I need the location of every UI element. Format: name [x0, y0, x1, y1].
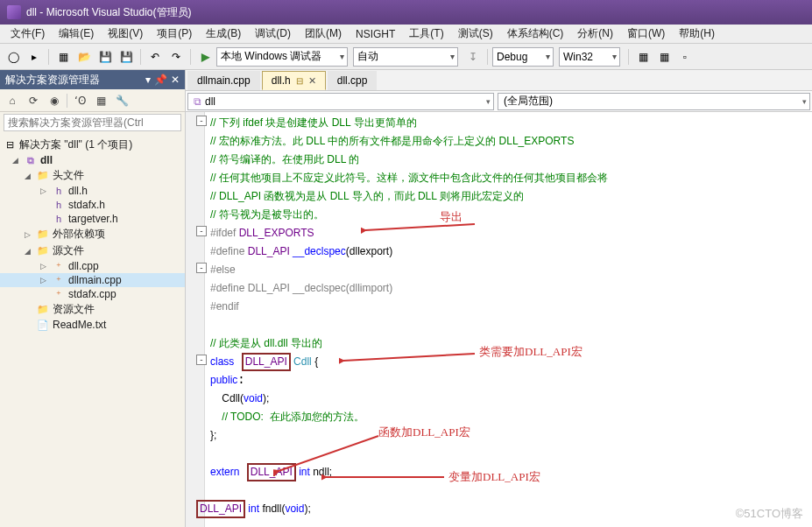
file-stdafx-h[interactable]: hstdafx.h — [0, 198, 185, 212]
panel-title-bar: 解决方案资源管理器 ▾ 📌 ✕ — [0, 70, 185, 89]
step-icon[interactable]: ↧ — [463, 47, 483, 67]
redo-icon[interactable]: ↷ — [166, 47, 186, 67]
panel-menu-icon[interactable]: ▾ — [145, 74, 151, 86]
debugger-combo[interactable]: 本地 Windows 调试器 — [216, 47, 348, 67]
tab-dll-cpp[interactable]: dll.cpp — [328, 71, 378, 90]
highlight-class-macro: DLL_API — [242, 353, 291, 371]
close-tab-icon[interactable]: ✕ — [308, 75, 316, 87]
menu-team[interactable]: 团队(M) — [298, 25, 349, 43]
file-dllmain-cpp[interactable]: ▷⁺dllmain.cpp — [0, 273, 185, 287]
window-title: dll - Microsoft Visual Studio(管理员) — [26, 5, 192, 20]
pin-icon[interactable]: 📌 — [154, 74, 167, 86]
menu-build[interactable]: 生成(B) — [199, 25, 248, 43]
config-label: Debug — [497, 51, 527, 63]
menu-help[interactable]: 帮助(H) — [672, 25, 722, 43]
ext-icon[interactable]: ▦ — [633, 47, 653, 67]
solution-tree: ⊟解决方案 "dll" (1 个项目) ◢⧉dll ◢📁头文件 ▷hdll.h … — [0, 133, 185, 527]
new-project-icon[interactable]: ▦ — [53, 47, 73, 67]
ext3-icon[interactable]: ▫ — [675, 47, 695, 67]
headers-label: 头文件 — [53, 168, 84, 183]
tab-dllmain[interactable]: dllmain.cpp — [187, 71, 260, 90]
platform-label: Win32 — [563, 51, 593, 63]
panel-toolbar: ⌂ ⟳ ◉ ʻʘ ▦ 🔧 — [0, 89, 185, 112]
refresh-icon[interactable]: ⟳ — [25, 92, 42, 109]
watermark: ©51CTO博客 — [736, 506, 803, 522]
prop-icon[interactable]: 🔧 — [113, 92, 131, 109]
highlight-extern-macro: DLL_API — [247, 463, 296, 481]
nav-back-icon[interactable]: ◯ — [4, 47, 23, 67]
undo-icon[interactable]: ↶ — [145, 47, 165, 67]
panel-search — [0, 112, 185, 133]
file-dll-cpp[interactable]: ▷⁺dll.cpp — [0, 259, 185, 273]
config-combo[interactable]: Debug — [492, 47, 554, 67]
ext2-icon[interactable]: ▦ — [654, 47, 674, 67]
menu-tools[interactable]: 工具(T) — [402, 25, 450, 43]
code-viewport[interactable]: - - - - // 下列 ifdef 块是创建使从 DLL 导出更简单的 //… — [186, 112, 812, 527]
close-icon[interactable]: ✕ — [171, 74, 180, 86]
nav-fwd-icon[interactable]: ▸ — [25, 47, 44, 67]
code-content: // 下列 ifdef 块是创建使从 DLL 导出更简单的 // 宏的标准方法。… — [186, 112, 812, 520]
menu-test[interactable]: 测试(S) — [451, 25, 500, 43]
file-dll-h[interactable]: ▷hdll.h — [0, 184, 185, 198]
menu-view[interactable]: 视图(V) — [101, 25, 150, 43]
vs-icon — [7, 5, 21, 19]
search-input[interactable] — [4, 114, 181, 131]
menu-edit[interactable]: 编辑(E) — [52, 25, 101, 43]
panel-title: 解决方案资源管理器 — [5, 73, 100, 88]
highlight-func-macro: DLL_API — [196, 500, 245, 518]
menu-project[interactable]: 项目(P) — [150, 25, 199, 43]
menu-bar: 文件(F) 编辑(E) 视图(V) 项目(P) 生成(B) 调试(D) 团队(M… — [0, 25, 812, 44]
file-targetver-h[interactable]: htargetver.h — [0, 212, 185, 226]
pin-icon[interactable]: ⊟ — [296, 76, 303, 86]
open-icon[interactable]: 📂 — [74, 47, 94, 67]
menu-debug[interactable]: 调试(D) — [248, 25, 298, 43]
folder-sources[interactable]: ◢📁源文件 — [0, 242, 185, 259]
file-readme[interactable]: 📄ReadMe.txt — [0, 318, 185, 332]
solution-node[interactable]: ⊟解决方案 "dll" (1 个项目) — [0, 137, 185, 153]
save-all-icon[interactable]: 💾 — [117, 47, 136, 67]
menu-analyze[interactable]: 分析(N) — [570, 25, 620, 43]
showall-icon[interactable]: ▦ — [92, 92, 109, 109]
menu-file[interactable]: 文件(F) — [4, 25, 52, 43]
folder-headers[interactable]: ◢📁头文件 — [0, 167, 185, 184]
project-label: dll — [40, 154, 53, 166]
solution-explorer: 解决方案资源管理器 ▾ 📌 ✕ ⌂ ⟳ ◉ ʻʘ ▦ 🔧 ⊟解决方案 "dll"… — [0, 70, 186, 527]
home-icon[interactable]: ⌂ — [4, 92, 21, 109]
scope-combo-left[interactable]: ⧉dll — [187, 93, 494, 110]
save-icon[interactable]: 💾 — [95, 47, 115, 67]
start-debug-icon[interactable]: ▶ — [195, 47, 215, 67]
menu-arch[interactable]: 体系结构(C) — [500, 25, 571, 43]
tab-dll-h[interactable]: dll.h⊟✕ — [262, 71, 326, 90]
file-stdafx-cpp[interactable]: ⁺stdafx.cpp — [0, 287, 185, 301]
folder-extern[interactable]: ▷📁外部依赖项 — [0, 226, 185, 242]
sync-icon[interactable]: ʻʘ — [71, 92, 88, 109]
startup-label: 自动 — [357, 49, 378, 64]
toolbar: ◯ ▸ ▦ 📂 💾 💾 ↶ ↷ ▶ 本地 Windows 调试器 自动 ↧ De… — [0, 44, 812, 70]
menu-window[interactable]: 窗口(W) — [620, 25, 672, 43]
collapse-icon[interactable]: ◉ — [46, 92, 63, 109]
debugger-label: 本地 Windows 调试器 — [221, 49, 321, 64]
editor-area: dllmain.cpp dll.h⊟✕ dll.cpp ⧉dll (全局范围) … — [186, 70, 812, 527]
project-node[interactable]: ◢⧉dll — [0, 153, 185, 167]
platform-combo[interactable]: Win32 — [559, 47, 620, 67]
solution-label: 解决方案 "dll" (1 个项目) — [19, 137, 132, 152]
folder-resources[interactable]: 📁资源文件 — [0, 301, 185, 318]
menu-nsight[interactable]: NSIGHT — [349, 26, 402, 42]
scope-combo-right[interactable]: (全局范围) — [498, 93, 810, 110]
title-bar: dll - Microsoft Visual Studio(管理员) — [0, 0, 812, 25]
nav-bar: ⧉dll (全局范围) — [186, 91, 812, 112]
tab-row: dllmain.cpp dll.h⊟✕ dll.cpp — [186, 70, 812, 91]
startup-combo[interactable]: 自动 — [353, 47, 458, 67]
